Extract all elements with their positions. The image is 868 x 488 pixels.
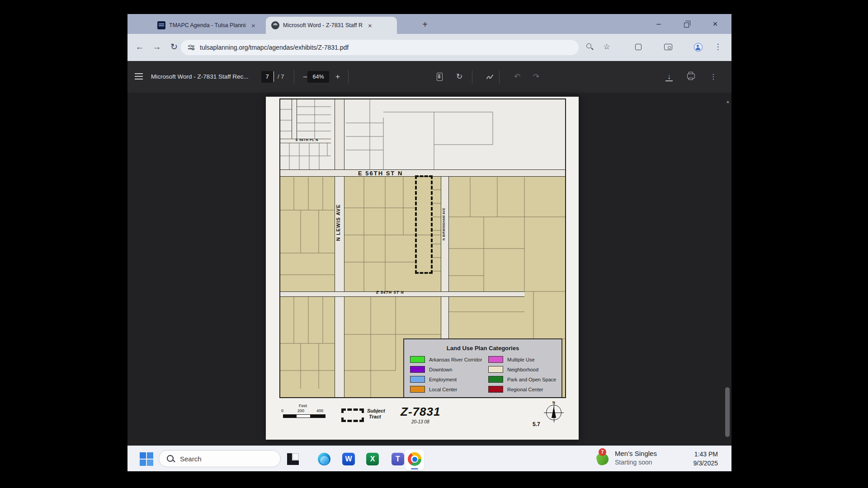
sheet-reference: 5.7 [533,421,540,427]
taskbar-search[interactable]: Search [159,450,281,467]
url-text[interactable]: tulsaplanning.org/tmapc/agendas/exhibits… [200,44,349,51]
search-sidebar-icon[interactable] [662,41,675,53]
search-icon [165,454,175,464]
page-count: / 7 [278,73,284,80]
street-label: N BIRMINGHAM AVE [442,208,445,240]
subject-tract-outline [415,175,433,274]
divider [472,70,472,84]
printer-glyph [687,74,695,79]
scale-unit-label: Feet [289,404,316,408]
pdf-page: E 56TH ST N E 56TH PL N N LEWIS AVE N BI… [266,97,579,440]
redo-icon[interactable]: ↷ [530,70,542,83]
reload-button[interactable]: ↻ [167,40,181,54]
edge-icon[interactable] [316,451,332,467]
street-label: E 56TH PL N [296,138,318,142]
notification-badge: 7 [599,448,606,456]
rotate-icon[interactable]: ↻ [453,70,466,83]
file-explorer-icon[interactable] [285,451,301,467]
tab-close-icon[interactable]: × [251,22,255,29]
back-button[interactable]: ← [133,40,146,54]
zoom-level: 64% [307,71,329,83]
tab-close-icon[interactable]: × [368,22,372,29]
pdf-document-title: Microsoft Word - Z-7831 Staff Rec... [151,73,249,80]
divider [348,70,349,84]
pen-squiggle [486,72,495,81]
annotate-pen-icon[interactable] [484,70,496,83]
tab-tmapc-agenda[interactable]: TMAPC Agenda - Tulsa Plannin × [152,17,263,34]
active-app-indicator [411,468,418,469]
browser-menu-icon[interactable]: ⋮ [712,41,724,53]
download-icon[interactable] [663,70,675,83]
undo-icon[interactable]: ↶ [511,70,524,83]
scale-tick: 0 [281,408,283,413]
profile-avatar[interactable] [692,41,704,53]
tab-title: Microsoft Word - Z-7831 Staff R [283,22,363,28]
chrome-icon [408,452,421,466]
screen: TMAPC Agenda - Tulsa Plannin × Microsoft… [127,14,731,471]
window-restore-button[interactable] [677,18,695,31]
download-arrow [663,70,675,83]
widgets-button[interactable]: 7 [596,451,610,466]
legend-label: Neighborhood [507,367,538,372]
legend-swatch [488,366,503,373]
browser-tab-strip: TMAPC Agenda - Tulsa Plannin × Microsoft… [127,14,731,34]
page-outline-icon [437,73,443,81]
print-icon[interactable] [684,70,697,83]
window-minimize-button[interactable]: – [650,18,668,31]
pdf-more-icon[interactable]: ⋮ [707,70,720,83]
subject-tract-key [341,408,364,422]
fit-to-page-icon[interactable] [433,70,446,83]
chrome-icon-active[interactable] [405,450,424,470]
subject-tract-label: SubjectTract [367,408,385,420]
case-code: 20-13 08 [411,419,429,424]
legend-label: Downtown [429,367,452,372]
windows-taskbar: Search W X T 7 Men's Singles Starting so… [127,446,731,471]
legend-label: Arkansas River Corridor [429,357,482,362]
sidebar-search-icon [664,44,672,50]
forward-button[interactable]: → [150,40,164,54]
window-close-button[interactable]: × [706,18,724,31]
page-number-input[interactable]: 7 [261,71,273,83]
tab-pdf-staff-report[interactable]: Microsoft Word - Z-7831 Staff R × [266,17,397,34]
legend-swatch [488,386,503,393]
person-icon [694,43,703,52]
excel-icon[interactable]: X [364,451,381,467]
site-settings-icon[interactable] [188,44,195,51]
legend-swatch [410,356,425,363]
legend-label: Park and Open Space [507,377,556,382]
legend-label: Employment [429,377,457,382]
zoom-page-icon[interactable] [583,41,596,53]
word-icon[interactable]: W [340,451,357,467]
legend-title: Land Use Plan Categories [404,345,561,352]
bookmark-star-icon[interactable]: ☆ [600,41,613,53]
widget-headline[interactable]: Men's Singles [615,450,657,457]
taskbar-clock[interactable]: 1:43 PM 9/3/2025 [693,450,718,468]
scrollbar-up-arrow[interactable]: ▲ [726,99,730,104]
map-legend: Land Use Plan Categories Arkansas River … [403,338,562,398]
puzzle-icon [635,44,642,50]
start-button[interactable] [139,451,154,467]
widget-subtext[interactable]: Starting soon [615,459,652,466]
clock-date: 9/3/2025 [693,459,718,468]
extensions-icon[interactable] [632,41,645,53]
pdf-menu-icon[interactable] [133,72,145,82]
legend-swatch [410,366,425,373]
scale-tick: 200 [297,408,304,413]
pdf-content-area: ▲ [127,93,731,446]
search-placeholder: Search [180,455,202,463]
street-label: N LEWIS AVE [335,204,341,241]
case-number: Z-7831 [401,405,440,419]
new-tab-button[interactable]: + [419,19,431,31]
zoom-in-button[interactable]: + [332,71,344,83]
scrollbar-thumb[interactable] [725,387,730,437]
address-bar[interactable]: tulsaplanning.org/tmapc/agendas/exhibits… [181,40,579,55]
scale-bar [283,414,326,418]
restore-icon [684,23,689,28]
legend-swatch [488,376,503,383]
teams-icon[interactable]: T [390,451,406,467]
text-caret [274,71,274,82]
land-use-map: E 56TH ST N E 56TH PL N N LEWIS AVE N BI… [279,99,566,398]
minor-street [292,99,297,139]
legend-swatch [410,386,425,393]
compass-rose: N [545,400,563,427]
